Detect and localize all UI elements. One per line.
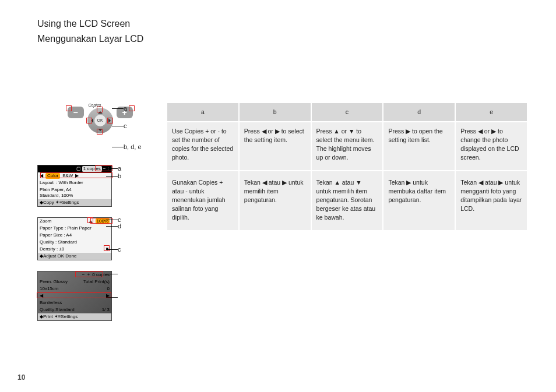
lcd-screenshot: −+0 copies Prem. GlossyTotal Print(s) 10… xyxy=(37,271,112,321)
table-row: Gunakan Copies + atau - untuk menentukan… xyxy=(167,171,527,230)
cell: Tekan ▶ untuk membuka daftar item pengat… xyxy=(383,171,455,230)
setting-row: Quality : Standard xyxy=(38,239,111,246)
footer-hint: ◆Copy ✶≡Settings xyxy=(38,199,111,206)
info-right: 1/ 3 xyxy=(102,307,110,313)
manual-page: Using the LCD Screen Menggunakan Layar L… xyxy=(0,0,556,392)
setting-row: Paper Type : Plain Paper xyxy=(38,225,111,232)
callout-marker xyxy=(40,172,112,178)
info-left: 10x15cm xyxy=(40,286,58,292)
callout-label: d xyxy=(118,222,121,230)
instruction-table-wrapper: a b c d e Use Copies + or - to set the n… xyxy=(166,102,528,331)
content-row: Copies − + a c xyxy=(37,102,528,331)
layout-label: Layout xyxy=(40,180,54,186)
settings-summary: Plain Paper, A4 Standard, 100% xyxy=(38,186,111,199)
callout-marker xyxy=(86,118,92,123)
col-header: b xyxy=(240,103,311,121)
col-header: a xyxy=(167,103,238,121)
callout-marker xyxy=(37,292,111,298)
page-number: 10 xyxy=(17,373,25,382)
cell: Tekan ◀ atau ▶ untuk mengganti foto yang… xyxy=(456,171,527,230)
callout-label: a xyxy=(118,164,121,172)
info-left: Borderless xyxy=(40,300,62,306)
controller-drawing: Copies − + xyxy=(68,102,133,140)
figure-screen-copy: ▢1 copies−+ ◀Color B&W▶ Layout: With Bor… xyxy=(37,165,163,207)
callout-marker xyxy=(129,105,135,111)
col-header: e xyxy=(456,103,527,121)
callout-label: b, d, e xyxy=(124,143,142,151)
lcd-screenshot: ▢1 copies−+ ◀Color B&W▶ Layout: With Bor… xyxy=(37,165,112,207)
callout-marker xyxy=(66,105,72,111)
figure-controller: Copies − + a c xyxy=(37,102,163,154)
heading-en: Using the LCD Screen xyxy=(37,16,528,31)
figure-screen-zoom: Zoom ▲ 100% Paper Type : Plain Paper Pap… xyxy=(37,217,163,260)
callout-marker xyxy=(107,118,113,123)
figure-column: Copies − + a c xyxy=(37,102,163,331)
info-left: Prem. Glossy xyxy=(40,279,68,285)
callout-marker xyxy=(97,129,103,135)
page-heading: Using the LCD Screen Menggunakan Layar L… xyxy=(37,16,528,47)
col-header: c xyxy=(312,103,383,121)
callout-label: a xyxy=(118,270,121,278)
zoom-label: Zoom xyxy=(40,218,51,224)
layout-value: : With Border xyxy=(56,180,83,186)
heading-id: Menggunakan Layar LCD xyxy=(37,31,528,47)
cell: Press ▶ to open the setting item list. xyxy=(383,122,455,170)
footer-hint: ◆Adjust OK Done xyxy=(38,253,111,260)
callout-marker xyxy=(90,218,112,224)
table-header-row: a b c d e xyxy=(167,103,527,121)
cell: Gunakan Copies + atau - untuk menentukan… xyxy=(167,171,238,230)
cell: Press ▲ or ▼ to select the menu item. Th… xyxy=(312,122,383,170)
callout-label: a xyxy=(124,104,127,112)
setting-row: Density : ±0 xyxy=(40,246,64,252)
callout-label: e xyxy=(118,293,121,301)
callout-label: c xyxy=(124,122,127,130)
cell: Tekan ▲ atau ▼ untuk memilih item pengat… xyxy=(312,171,383,230)
info-right: 0 xyxy=(107,286,110,292)
callout-label: b xyxy=(118,172,121,180)
setting-row: Paper Size : A4 xyxy=(38,232,111,239)
lcd-screenshot: Zoom ▲ 100% Paper Type : Plain Paper Pap… xyxy=(37,217,112,260)
cell: Tekan ◀ atau ▶ untuk memilih item pengat… xyxy=(240,171,311,230)
info-left: Quality:Standard xyxy=(40,307,75,313)
cell: Use Copies + or - to set the number of c… xyxy=(167,122,238,170)
callout-label: c xyxy=(118,245,121,253)
callout-marker xyxy=(75,271,103,277)
callout-marker xyxy=(97,107,103,112)
table-row: Use Copies + or - to set the number of c… xyxy=(167,122,527,170)
callout-marker xyxy=(104,245,110,251)
col-header: d xyxy=(383,103,455,121)
cell: Press ◀ or ▶ to select the setting item. xyxy=(240,122,311,170)
figure-screen-print: −+0 copies Prem. GlossyTotal Print(s) 10… xyxy=(37,271,163,321)
info-right: Total Print(s) xyxy=(83,279,110,285)
footer-hint: ◆Print ✶≡Settings xyxy=(38,313,111,320)
instruction-table: a b c d e Use Copies + or - to set the n… xyxy=(166,102,528,231)
cell: Press ◀ or ▶ to change the photo display… xyxy=(456,122,527,170)
